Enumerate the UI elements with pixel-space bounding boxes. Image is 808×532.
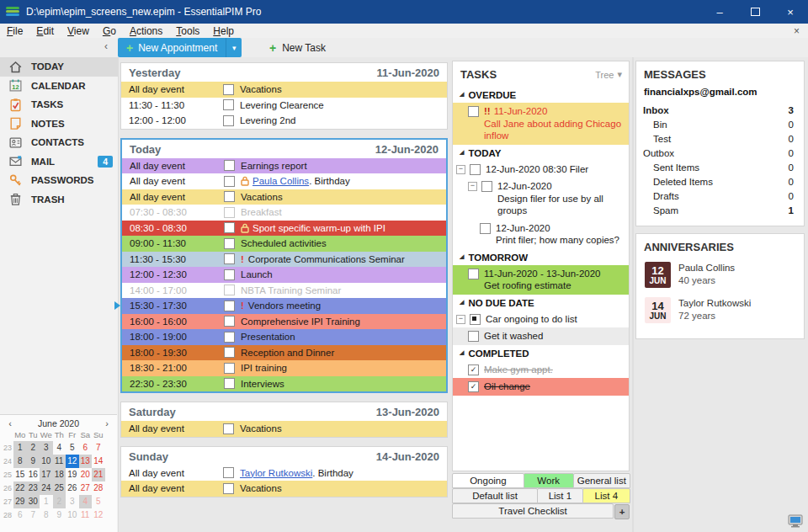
mail-folder-spam[interactable]: Spam1: [636, 203, 804, 217]
task-checkbox[interactable]: [468, 331, 479, 342]
menu-file[interactable]: File: [0, 25, 29, 37]
event-row[interactable]: All day eventEarnings report: [122, 158, 446, 174]
event-row[interactable]: 11:30 - 11:30Levering Clearence: [121, 98, 447, 114]
task-item[interactable]: 12-Jun-2020Print filer; how many copies?: [453, 220, 629, 249]
next-month-icon[interactable]: ›: [102, 418, 112, 428]
event-checkbox[interactable]: [224, 378, 235, 389]
event-checkbox[interactable]: [224, 207, 235, 218]
event-row[interactable]: 18:00 - 19:00Presentation: [122, 329, 446, 345]
mini-calendar-day[interactable]: 19: [66, 468, 79, 481]
menu-view[interactable]: View: [61, 25, 96, 37]
mail-account[interactable]: financialxps@gmail.com: [636, 87, 804, 103]
task-item[interactable]: −12-Jun-2020 08:30 Filer: [453, 161, 629, 178]
event-row[interactable]: 22:30 - 23:30Interviews: [122, 376, 446, 392]
event-checkbox[interactable]: [223, 483, 234, 494]
mini-calendar-day[interactable]: 26: [66, 481, 79, 495]
mini-calendar-day[interactable]: 6: [79, 441, 93, 455]
event-row[interactable]: 18:00 - 19:30Reception and Dinner: [122, 345, 446, 361]
add-list-button[interactable]: +: [614, 504, 630, 519]
event-checkbox[interactable]: [223, 99, 234, 110]
menu-tools[interactable]: Tools: [169, 25, 206, 37]
mail-folder-sent-items[interactable]: Sent Items0: [636, 160, 804, 174]
menu-edit[interactable]: Edit: [29, 25, 61, 37]
mini-calendar-day[interactable]: 25: [53, 481, 66, 495]
task-checkbox[interactable]: ✓: [468, 381, 479, 392]
task-checkbox[interactable]: [481, 181, 492, 192]
mini-calendar-day[interactable]: 1: [13, 441, 27, 455]
event-row[interactable]: 16:00 - 16:00Comprehensive IPI Training: [122, 314, 446, 330]
event-row[interactable]: 12:00 - 12:30Launch: [122, 267, 446, 283]
sync-monitor-icon[interactable]: [787, 513, 804, 529]
task-checkbox[interactable]: [468, 269, 479, 279]
mini-calendar-day[interactable]: 18: [53, 468, 66, 481]
new-appointment-dropdown[interactable]: ▾: [226, 38, 242, 57]
mini-calendar-day[interactable]: 13: [79, 455, 93, 468]
task-list-tab-default-list[interactable]: Default list: [452, 488, 538, 503]
event-checkbox[interactable]: [224, 238, 235, 249]
tree-expander-icon[interactable]: −: [456, 165, 465, 174]
new-task-button[interactable]: + New Task: [261, 38, 334, 57]
mini-calendar-day[interactable]: 8: [13, 455, 27, 468]
sidebar-item-calendar[interactable]: 12CALENDAR: [0, 77, 118, 96]
event-row[interactable]: All day eventTaylor Rutkowski. Birthday: [121, 466, 447, 481]
anniversary-entry[interactable]: 12JUNPaula Collins40 years: [636, 259, 804, 295]
mini-calendar-day[interactable]: 7: [27, 508, 40, 522]
anniversary-entry[interactable]: 14JUNTaylor Rutkowski72 years: [636, 295, 804, 330]
event-checkbox[interactable]: [224, 285, 235, 295]
mini-calendar-day[interactable]: 7: [92, 441, 105, 455]
sidebar-item-today[interactable]: TODAY: [0, 57, 118, 77]
task-list-tab-general-list[interactable]: General list: [573, 473, 630, 488]
mini-calendar-day[interactable]: 12: [92, 508, 105, 522]
task-item[interactable]: 11-Jun-2020 - 13-Jun-2020Get roofing est…: [453, 265, 629, 295]
event-checkbox[interactable]: [224, 347, 235, 358]
task-section-completed[interactable]: ◢COMPLETED: [453, 345, 629, 361]
contact-link[interactable]: Paula Collins: [252, 176, 309, 186]
mail-folder-inbox[interactable]: Inbox3: [636, 103, 804, 117]
task-checkbox[interactable]: [480, 223, 491, 234]
mini-calendar-day[interactable]: 6: [13, 508, 27, 522]
mail-folder-drafts[interactable]: Drafts0: [636, 189, 804, 203]
event-checkbox[interactable]: [223, 115, 234, 126]
task-item[interactable]: Get it washed: [453, 327, 629, 345]
task-section-overdue[interactable]: ◢OVERDUE: [453, 87, 629, 103]
event-checkbox[interactable]: [224, 332, 235, 343]
sidebar-item-passwords[interactable]: PASSWORDS: [0, 171, 118, 190]
task-item[interactable]: −Car ongoing to do list: [453, 311, 629, 328]
task-checkbox[interactable]: [468, 106, 479, 117]
event-row[interactable]: 11:30 - 15:30!Corporate Communications S…: [122, 252, 446, 268]
mini-calendar-day[interactable]: 5: [66, 441, 79, 455]
event-row[interactable]: 14:00 - 17:00NBTA Training Seminar: [122, 283, 446, 299]
new-appointment-button[interactable]: + New Appointment ▾: [118, 38, 242, 57]
event-row[interactable]: 18:30 - 21:00IPI training: [122, 360, 446, 376]
sidebar-item-notes[interactable]: NOTES: [0, 114, 118, 134]
event-checkbox[interactable]: [223, 423, 234, 434]
menu-help[interactable]: Help: [206, 25, 241, 37]
mini-calendar-day[interactable]: 29: [13, 495, 27, 508]
event-row[interactable]: 08:30 - 08:30Sport specific warm-up with…: [122, 221, 446, 237]
mail-folder-deleted-items[interactable]: Deleted Items0: [636, 174, 804, 189]
mini-calendar-day[interactable]: 16: [27, 468, 40, 481]
mini-calendar-day[interactable]: 23: [27, 481, 40, 495]
tree-expander-icon[interactable]: −: [456, 315, 465, 324]
event-checkbox[interactable]: [224, 363, 235, 374]
tasks-view-dropdown[interactable]: Tree ▾: [595, 69, 622, 80]
event-checkbox[interactable]: [224, 176, 235, 187]
event-checkbox[interactable]: [224, 269, 235, 280]
task-list-tab-travel-checklist[interactable]: Travel Checklist: [452, 503, 614, 519]
mini-calendar-day[interactable]: 2: [27, 441, 40, 455]
event-checkbox[interactable]: [224, 191, 235, 202]
event-row[interactable]: All day eventVacations: [121, 481, 447, 497]
event-checkbox[interactable]: [224, 301, 235, 311]
close-button[interactable]: ×: [773, 0, 808, 24]
mini-calendar-day[interactable]: 4: [79, 495, 93, 508]
mini-calendar-day[interactable]: 28: [92, 481, 105, 495]
mini-calendar-day[interactable]: 11: [53, 455, 66, 468]
mini-calendar-day[interactable]: 9: [53, 508, 66, 522]
minimize-button[interactable]: –: [702, 0, 737, 24]
mini-calendar-day[interactable]: 10: [66, 508, 79, 522]
mini-calendar-day[interactable]: 14: [92, 455, 105, 468]
mini-calendar-day[interactable]: 11: [79, 508, 93, 522]
sidebar-item-trash[interactable]: TRASH: [0, 190, 118, 210]
event-row[interactable]: 09:00 - 11:30Scheduled activities: [122, 236, 446, 252]
sidebar-item-mail[interactable]: MAIL4: [0, 152, 118, 172]
